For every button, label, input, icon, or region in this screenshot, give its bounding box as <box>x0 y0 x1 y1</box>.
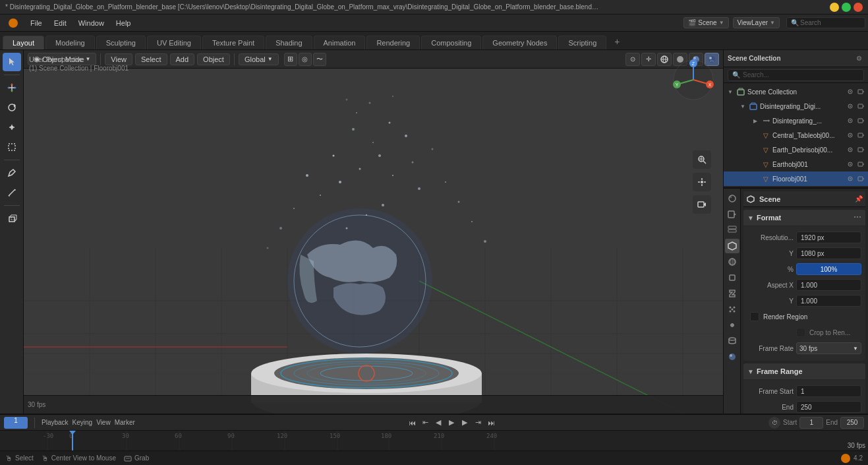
vis-6[interactable] <box>856 131 865 140</box>
marker-label[interactable]: Marker <box>115 419 135 426</box>
window-controls[interactable] <box>830 3 863 12</box>
object-menu[interactable]: Object <box>197 53 230 65</box>
move-tool[interactable] <box>3 78 21 97</box>
minimize-button[interactable] <box>830 3 839 12</box>
tab-rendering[interactable]: Rendering <box>366 36 420 49</box>
view-menu[interactable]: View <box>105 53 132 65</box>
proportional-button[interactable]: ◎ <box>299 53 312 66</box>
res-y-value[interactable]: 1080 px <box>796 247 861 259</box>
props-icon-output[interactable] <box>725 207 739 222</box>
jump-start-button[interactable]: ⏮ <box>406 417 418 429</box>
vis-11[interactable] <box>846 174 855 183</box>
tab-modeling[interactable]: Modeling <box>45 36 95 49</box>
pin-button[interactable]: 📌 <box>855 195 863 202</box>
props-icon-data[interactable] <box>725 334 739 348</box>
scene-selector[interactable]: 🎬 Scene ▼ <box>683 17 728 28</box>
aspect-y-value[interactable]: 1.000 <box>796 295 861 307</box>
tab-geometry-nodes[interactable]: Geometry Nodes <box>482 36 557 49</box>
tab-shading[interactable]: Shading <box>266 36 312 49</box>
jump-end-button[interactable]: ⏭ <box>485 417 497 429</box>
add-workspace-button[interactable]: + <box>609 34 625 49</box>
vis-4[interactable] <box>856 116 865 125</box>
sync-button[interactable]: ⏱ <box>768 417 780 429</box>
add-menu[interactable]: Add <box>170 53 195 65</box>
step-forward-button[interactable]: ▶ <box>459 417 471 429</box>
outliner-item-floorobj[interactable]: ▽ Floorobj001 <box>724 171 868 186</box>
menu-window[interactable]: Window <box>73 18 109 28</box>
tab-layout[interactable]: Layout <box>3 36 44 49</box>
vis-9[interactable] <box>846 160 855 169</box>
format-options[interactable] <box>854 213 861 222</box>
navigation-gizmo[interactable]: Z X Y <box>670 57 716 103</box>
outliner-item-earthobj[interactable]: ▽ Earthobj001 <box>724 157 868 171</box>
shading-button-wire[interactable] <box>657 53 672 66</box>
outliner-item-disintegrating-sub[interactable]: ▶ Disintegrating_... <box>724 113 868 128</box>
keying-label[interactable]: Keying <box>72 419 93 426</box>
frame-rate-dropdown[interactable]: 30 fps ▼ <box>796 342 861 354</box>
tab-animation[interactable]: Animation <box>314 36 366 49</box>
vis-7[interactable] <box>846 145 855 154</box>
close-button[interactable] <box>854 3 863 12</box>
outliner-search-wrapper[interactable]: 🔍 Search... <box>728 69 864 81</box>
transform-tool[interactable] <box>3 138 21 156</box>
tab-compositing[interactable]: Compositing <box>421 36 481 49</box>
step-back-button[interactable]: ◀ <box>432 417 444 429</box>
vis-camera-2[interactable] <box>846 102 855 111</box>
prev-keyframe-button[interactable]: ⇤ <box>419 417 431 429</box>
format-header[interactable]: ▼ Format <box>743 210 865 226</box>
menu-edit[interactable]: Edit <box>49 18 72 28</box>
current-frame-input[interactable]: 1 <box>4 417 28 429</box>
overlay-button[interactable]: ⊙ <box>625 53 640 66</box>
play-button[interactable]: ▶ <box>446 417 457 429</box>
annotate-tool[interactable] <box>3 164 21 182</box>
start-frame-input[interactable]: 1 <box>799 417 823 429</box>
tab-sculpting[interactable]: Sculpting <box>96 36 146 49</box>
pan-button[interactable] <box>693 173 711 191</box>
outliner-filter-button[interactable]: ⚙ <box>854 53 864 64</box>
vis-render[interactable] <box>856 87 865 96</box>
maximize-button[interactable] <box>842 3 851 12</box>
frame-start-value[interactable]: 1 <box>796 385 861 397</box>
menu-file[interactable]: File <box>25 18 47 28</box>
rotate-tool[interactable] <box>3 98 21 117</box>
next-keyframe-button[interactable]: ⇥ <box>472 417 484 429</box>
tab-uv-editing[interactable]: UV Editing <box>147 36 201 49</box>
view-label[interactable]: View <box>96 419 111 426</box>
vis-5[interactable] <box>846 131 855 140</box>
select-menu[interactable]: Select <box>135 53 167 65</box>
snap-button[interactable]: ⊞ <box>284 53 297 66</box>
measure-tool[interactable] <box>3 183 21 202</box>
props-icon-modifier[interactable] <box>725 286 739 301</box>
viewport-mode-button[interactable]: ◉ Object Mode ▼ <box>28 53 96 65</box>
frame-range-header[interactable]: ▼ Frame Range <box>743 363 865 379</box>
vis-camera[interactable] <box>846 87 855 96</box>
render-region-checkbox[interactable] <box>750 312 759 321</box>
viewlayer-selector[interactable]: ViewLayer ▼ <box>733 17 780 28</box>
props-icon-world[interactable] <box>725 255 739 269</box>
zoom-button[interactable] <box>693 150 711 169</box>
vis-render-2[interactable] <box>856 102 865 111</box>
vis-10[interactable] <box>856 160 865 169</box>
crop-render-checkbox[interactable] <box>796 328 805 337</box>
end-frame-input[interactable]: 250 <box>840 417 864 429</box>
props-icon-render[interactable] <box>725 191 739 206</box>
select-tool[interactable] <box>3 53 21 71</box>
vis-3[interactable] <box>846 116 855 125</box>
aspect-x-value[interactable]: 1.000 <box>796 279 861 291</box>
add-cube-tool[interactable] <box>3 209 21 228</box>
outliner-item-scene-collection[interactable]: ▼ Scene Collection <box>724 84 868 99</box>
res-pct-value[interactable]: 100% <box>796 263 861 275</box>
props-icon-material[interactable] <box>725 350 739 364</box>
proportional-type[interactable]: 〜 <box>313 53 326 66</box>
global-search[interactable]: 🔍 Search <box>786 17 865 28</box>
timeline-body[interactable]: -30 0 30 60 90 120 150 <box>0 431 868 450</box>
vis-12[interactable] <box>856 174 865 183</box>
transform-button[interactable]: Global ▼ <box>239 53 279 65</box>
playback-label[interactable]: Playback <box>42 419 69 426</box>
outliner-item-disintegrating[interactable]: ▼ Disintegrating_Digi... <box>724 99 868 113</box>
menu-help[interactable]: Help <box>111 18 136 28</box>
res-x-value[interactable]: 1920 px <box>796 232 861 243</box>
tab-scripting[interactable]: Scripting <box>558 36 606 49</box>
vis-8[interactable] <box>856 145 865 154</box>
camera-button[interactable] <box>693 195 711 214</box>
